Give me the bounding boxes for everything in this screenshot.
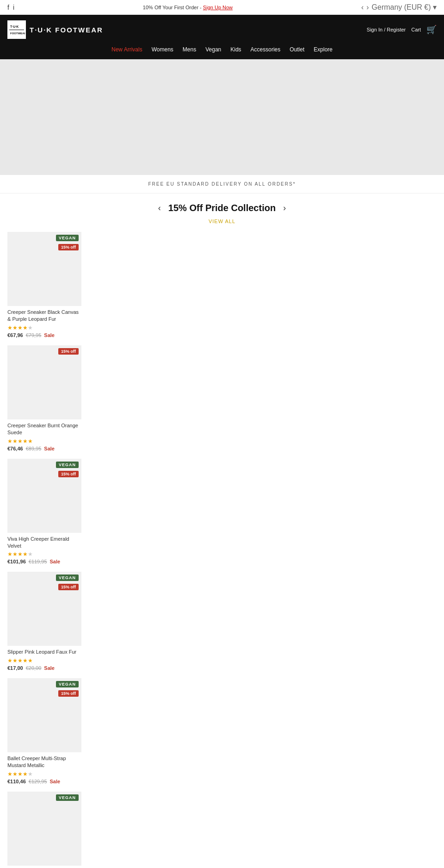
nav-accessories[interactable]: Accessories [251,44,281,55]
star-filled: ★ [23,325,28,331]
vegan-badge: VEGAN [56,794,79,801]
product-image[interactable]: 15% off [7,345,81,419]
star-rating: ★★★★★ [7,551,81,557]
price-original: €79,95 [26,332,42,338]
view-all-area: VIEW ALL [0,216,444,232]
product-card[interactable]: VEGAN 15% off Ballet Creeper Multi-Strap… [7,678,81,784]
star-empty: ★ [28,551,33,557]
product-name: Slipper Pink Leopard Faux Fur [7,649,81,656]
star-half: ★ [28,438,33,444]
product-card[interactable]: VEGAN Vegan 1596 off [7,792,81,868]
logo-text: T·U·K FOOTWEAR [30,26,103,34]
star-filled: ★ [12,551,18,557]
product-card[interactable]: VEGAN 15% off Creeper Sneaker Black Canv… [7,232,81,338]
nav-outlet[interactable]: Outlet [290,44,304,55]
discount-badge: 15% off [58,348,79,355]
price-current: €110,46 [7,779,26,784]
star-filled: ★ [18,325,23,331]
nav-new-arrivals[interactable]: New Arrivals [111,44,142,55]
price-current: €76,46 [7,446,23,451]
star-filled: ★ [18,771,23,777]
sale-label: Sale [44,446,55,451]
product-image[interactable]: VEGAN 15% off [7,232,81,306]
star-filled: ★ [18,551,23,557]
star-rating: ★★★★★ [7,771,81,777]
star-filled: ★ [23,771,28,777]
header: T·U·K FOOTWEAR T·U·K FOOTWEAR Sign In / … [0,15,444,44]
vegan-badge: VEGAN [56,681,79,687]
product-card[interactable]: VEGAN 15% off Slipper Pink Leopard Faux … [7,572,81,670]
discount-badge: 15% off [58,584,79,590]
star-filled: ★ [28,657,33,664]
hero-banner [0,59,444,175]
nav-vegan[interactable]: Vegan [205,44,221,55]
header-actions: Sign In / Register Cart 🛒 [367,25,437,35]
product-image[interactable]: VEGAN 15% off [7,572,81,646]
product-image[interactable]: VEGAN 15% off [7,459,81,533]
price-original: €20,00 [26,665,42,671]
star-filled: ★ [23,438,28,444]
logo-svg: T·U·K FOOTWEAR [8,21,25,38]
sale-label: Sale [44,332,55,338]
promo-text: 10% Off Your First Order - [143,5,202,10]
nav-explore[interactable]: Explore [314,44,333,55]
section-header: ‹ 15% Off Pride Collection › [0,194,444,216]
product-image[interactable]: VEGAN 15% off [7,678,81,752]
prev-arrow-button[interactable]: ‹ [158,203,161,213]
star-rating: ★★★★★ [7,657,81,664]
cart-link[interactable]: Cart [411,27,421,32]
promo-bar: 10% Off Your First Order - Sign Up Now [14,5,361,10]
cart-icon[interactable]: 🛒 [426,25,437,35]
star-filled: ★ [18,438,23,444]
logo-box: T·U·K FOOTWEAR [7,20,26,39]
price-row: €17,00 €20,00 Sale [7,665,81,671]
star-filled: ★ [12,438,18,444]
sale-label: Sale [44,665,55,671]
facebook-icon[interactable]: f [7,4,9,11]
price-row: €76,46 €89,95 Sale [7,446,81,451]
product-card[interactable]: 15% off Creeper Sneaker Burnt Orange Sue… [7,345,81,451]
top-bar: f i 10% Off Your First Order - Sign Up N… [0,0,444,15]
main-nav: New Arrivals Womens Mens Vegan Kids Acce… [0,44,444,59]
chevron-right-icon[interactable]: › [366,3,369,12]
price-current: €101,96 [7,559,26,564]
star-empty: ★ [28,771,33,777]
star-filled: ★ [7,771,12,777]
vegan-badge: VEGAN [56,235,79,241]
product-card[interactable]: VEGAN 15% off Viva High Creeper Emerald … [7,459,81,565]
nav-womens[interactable]: Womens [152,44,173,55]
price-row: €110,46 €129,95 Sale [7,779,81,784]
sign-up-link[interactable]: Sign Up Now [203,5,233,10]
star-rating: ★★★★★ [7,438,81,444]
view-all-link[interactable]: VIEW ALL [209,219,235,224]
nav-kids[interactable]: Kids [230,44,241,55]
svg-rect-2 [9,30,24,30]
social-icons: f i [7,4,14,11]
section-title: 15% Off Pride Collection [168,203,276,213]
price-current: €17,00 [7,665,23,671]
price-original: €129,95 [29,779,47,784]
price-row: €101,96 €119,95 Sale [7,559,81,564]
product-grid: VEGAN 15% off Creeper Sneaker Black Canv… [0,232,444,868]
product-name: Ballet Creeper Multi-Strap Mustard Metal… [7,755,81,769]
star-filled: ★ [7,551,12,557]
star-filled: ★ [7,325,12,331]
price-original: €89,95 [26,446,42,451]
star-filled: ★ [23,657,28,664]
star-filled: ★ [7,657,12,664]
top-nav: ‹ › Germany (EUR €) ▾ [361,3,437,12]
logo-area: T·U·K FOOTWEAR T·U·K FOOTWEAR [7,20,103,39]
region-selector[interactable]: Germany (EUR €) ▾ [372,3,437,12]
next-arrow-button[interactable]: › [283,203,286,213]
product-name: Viva High Creeper Emerald Velvet [7,536,81,550]
sale-label: Sale [50,779,61,784]
vegan-badge: VEGAN [56,462,79,468]
discount-badge: 15% off [58,690,79,697]
price-row: €67,96 €79,95 Sale [7,332,81,338]
star-filled: ★ [23,551,28,557]
sign-in-link[interactable]: Sign In / Register [367,27,406,32]
chevron-left-icon[interactable]: ‹ [361,3,364,12]
nav-mens[interactable]: Mens [183,44,196,55]
product-image[interactable]: VEGAN [7,792,81,866]
product-name: Creeper Sneaker Black Canvas & Purple Le… [7,309,81,323]
